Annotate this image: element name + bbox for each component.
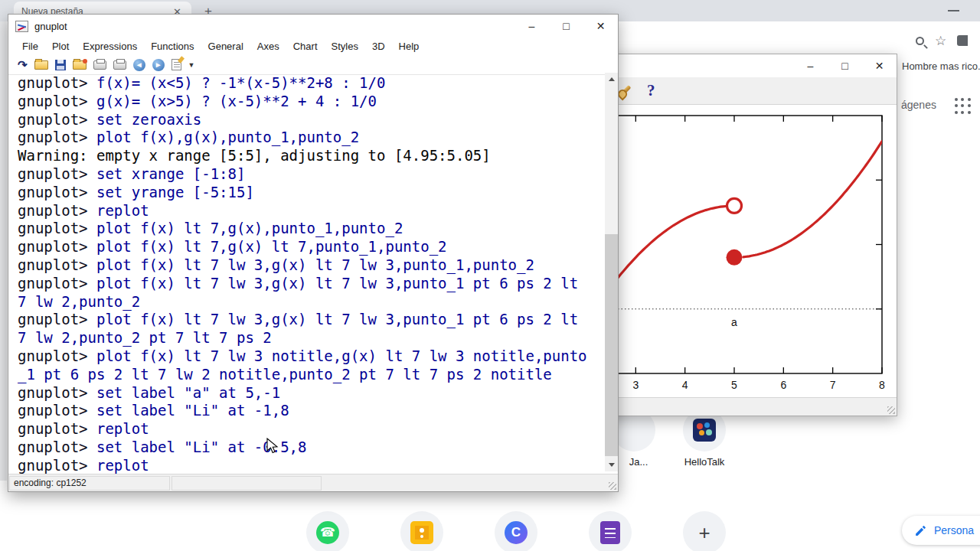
console-output[interactable]: gnuplot> f(x)= (x<5) ? -1*(x-5)**2+8 : 1… (8, 73, 604, 474)
console-line: gnuplot> plot f(x) lt 7,g(x),punto_1,pun… (18, 220, 604, 238)
whatsapp-icon: ☎ (316, 521, 339, 544)
shortcut-c-app[interactable]: C (495, 511, 537, 551)
open-folder-icon[interactable] (34, 60, 48, 70)
console-minimize-button[interactable]: – (514, 15, 549, 37)
images-link[interactable]: ágenes (901, 99, 936, 111)
menu-plot[interactable]: Plot (45, 41, 76, 52)
c-app-icon: C (505, 521, 528, 544)
personalize-chrome-button[interactable]: Persona (902, 516, 980, 545)
console-line: gnuplot> set label "Li" at -0.5,8 (18, 439, 604, 457)
console-line: gnuplot> set yrange [-5:15] (18, 184, 604, 202)
console-line: _1 pt 6 ps 2 lt 7 lw 2 notitle,punto_2 p… (18, 366, 604, 384)
menu-expressions[interactable]: Expressions (76, 41, 144, 52)
menu-chart[interactable]: Chart (286, 41, 325, 52)
console-line: gnuplot> replot_ (18, 457, 604, 474)
scroll-down-icon[interactable] (605, 458, 618, 471)
mouse-cursor-icon (266, 438, 279, 455)
svg-text:a: a (731, 316, 737, 328)
print-copy-icon[interactable] (113, 60, 126, 70)
plot-close-button[interactable]: ✕ (862, 54, 897, 77)
svg-text:5: 5 (731, 379, 737, 391)
console-line: gnuplot> plot f(x) lt 7,g(x) lt 7,punto_… (18, 238, 604, 256)
console-line: gnuplot> set label "Li" at -1,8 (18, 402, 604, 420)
plot-maximize-button[interactable]: □ (828, 54, 862, 77)
wrench-icon[interactable] (620, 85, 632, 96)
console-menubar: FilePlotExpressionsFunctionsGeneralAxesC… (8, 37, 618, 55)
console-line: gnuplot> f(x)= (x<5) ? -1*(x-5)**2+8 : 1… (18, 74, 604, 93)
classroom-icon (410, 521, 433, 544)
console-line: gnuplot> g(x)= (x>5) ? (x-5)**2 + 4 : 1/… (18, 93, 604, 111)
svg-text:7: 7 (830, 379, 836, 391)
plus-icon: + (698, 521, 710, 545)
encoding-status: encoding: cp1252 (9, 476, 170, 491)
menu-styles[interactable]: Styles (325, 41, 365, 52)
gnuplot-app-icon (15, 21, 28, 32)
shortcut-whatsapp[interactable]: ☎ (306, 511, 349, 551)
resize-grip-icon[interactable] (609, 482, 616, 490)
bookmark-star-icon[interactable]: ☆ (935, 34, 946, 47)
scroll-up-icon[interactable] (605, 73, 618, 86)
menu-functions[interactable]: Functions (144, 41, 201, 52)
dropdown-caret-icon[interactable]: ▼ (188, 61, 195, 69)
console-line: gnuplot> set zeroaxis (18, 111, 604, 129)
browser-minimize-icon[interactable] (948, 10, 959, 11)
gnuplot-console-window[interactable]: gnuplot – □ ✕ FilePlotExpressionsFunctio… (8, 14, 619, 492)
menu-help[interactable]: Help (392, 41, 426, 52)
add-shortcut-button[interactable]: + (683, 511, 726, 551)
svg-text:4: 4 (682, 379, 688, 391)
menu-general[interactable]: General (201, 41, 250, 52)
status-cell-2 (172, 476, 322, 491)
plot-minimize-button[interactable]: – (793, 54, 828, 77)
console-maximize-button[interactable]: □ (549, 15, 583, 37)
console-line: gnuplot> set xrange [-1:8] (18, 165, 604, 184)
print-icon[interactable] (93, 60, 106, 70)
left-edge-strip (0, 21, 7, 481)
help-question-icon[interactable]: ? (647, 81, 655, 100)
zoom-icon[interactable] (916, 37, 924, 45)
redo-icon[interactable]: ↷ (18, 58, 28, 72)
extensions-puzzle-icon[interactable] (957, 35, 968, 46)
console-line: gnuplot> plot f(x) lt 7 lw 3 notitle,g(x… (18, 347, 604, 366)
save-icon[interactable] (55, 60, 66, 70)
console-line: Warning: empty x range [5:5], adjusting … (18, 147, 604, 165)
forms-icon (600, 521, 620, 544)
console-line: gnuplot> plot f(x) lt 7 lw 3,g(x) lt 7 l… (18, 275, 604, 293)
shortcut-forms[interactable] (589, 511, 632, 551)
console-titlebar[interactable]: gnuplot – □ ✕ (8, 15, 618, 37)
menu-3d[interactable]: 3D (365, 41, 392, 52)
menu-axes[interactable]: Axes (250, 41, 286, 52)
google-apps-grid-icon[interactable] (955, 98, 972, 115)
console-line: gnuplot> replot (18, 202, 604, 220)
console-line: gnuplot> plot f(x),g(x),punto_1,punto_2 (18, 129, 604, 147)
resize-grip-icon[interactable] (887, 406, 895, 414)
page-tooltip: Hombre mas rico... (902, 57, 980, 76)
forward-icon[interactable]: ► (152, 59, 165, 71)
console-title-text: gnuplot (34, 21, 67, 32)
console-line: gnuplot> set label "a" at 5,-1 (18, 384, 604, 403)
console-close-button[interactable]: ✕ (583, 15, 618, 37)
hellotalk-icon (693, 419, 716, 442)
console-line: gnuplot> replot (18, 420, 604, 439)
shortcut-classroom[interactable] (400, 511, 443, 551)
console-line: gnuplot> plot f(x) lt 7 lw 3,g(x) lt 7 l… (18, 311, 604, 329)
console-scrollbar[interactable] (605, 73, 618, 471)
svg-text:6: 6 (780, 379, 786, 391)
shortcut-ja-label: Ja... (617, 456, 660, 468)
shortcut-hellotalk-label: HelloTalk (675, 456, 733, 468)
menu-file[interactable]: File (15, 41, 45, 52)
scroll-thumb[interactable] (605, 234, 618, 456)
back-icon[interactable]: ◄ (133, 59, 145, 71)
console-line: gnuplot> plot f(x) lt 7 lw 3,g(x) lt 7 l… (18, 256, 604, 275)
console-line: 7 lw 2,punto_2 (18, 293, 604, 311)
svg-text:3: 3 (632, 379, 639, 391)
properties-icon[interactable] (172, 59, 181, 70)
console-line: 7 lw 2,punto_2 pt 7 lt 7 ps 2 (18, 329, 604, 347)
console-statusbar: encoding: cp1252 (8, 474, 618, 491)
svg-text:8: 8 (879, 379, 885, 391)
personalize-label: Persona (934, 524, 974, 536)
pencil-icon (914, 524, 927, 537)
new-folder-icon[interactable] (73, 60, 87, 70)
